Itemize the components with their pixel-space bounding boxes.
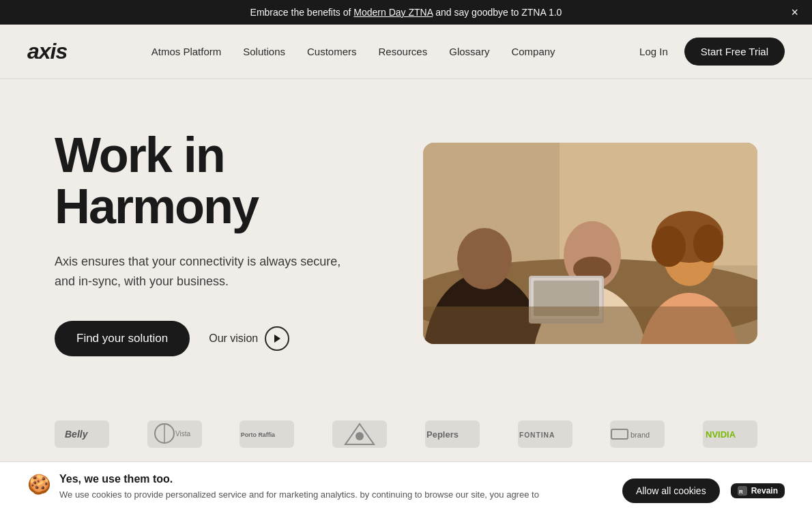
our-vision-button[interactable]: Our vision	[209, 326, 289, 351]
svg-point-5	[457, 228, 512, 289]
hero-image	[423, 143, 757, 344]
cookie-actions: Allow all cookies R Revain	[622, 473, 785, 503]
svg-point-24	[356, 432, 364, 440]
cookie-banner: 🍪 Yes, we use them too. We use cookies t…	[0, 461, 812, 514]
svg-text:R: R	[739, 489, 743, 495]
logos-section: Belly Vista Porto Raffia Peplers FONTINA	[0, 407, 812, 448]
hero-left: Work in Harmony Axis ensures that your c…	[55, 130, 406, 357]
logo-item-brand5	[332, 420, 387, 448]
hero-actions: Find your solution Our vision	[55, 321, 406, 356]
nav-item-customers[interactable]: Customers	[307, 46, 357, 57]
nav-right: Log In Start Free Trial	[639, 38, 785, 66]
revain-badge: R Revain	[731, 483, 785, 498]
logo-item-peplers: Peplers	[425, 420, 480, 448]
revain-label: Revain	[751, 486, 778, 496]
svg-text:Peplers: Peplers	[426, 429, 459, 440]
svg-text:Vista: Vista	[175, 430, 190, 438]
hero-section: Work in Harmony Axis ensures that your c…	[0, 79, 812, 407]
logo-item-belly: Belly	[55, 420, 109, 448]
svg-rect-17	[423, 306, 757, 344]
logo-item-fontina: FONTINA	[518, 420, 572, 448]
hero-title: Work in Harmony	[55, 130, 406, 233]
header: axis Atmos Platform Solutions Customers …	[0, 25, 812, 79]
svg-point-13	[693, 225, 723, 263]
allow-cookies-button[interactable]: Allow all cookies	[622, 479, 720, 503]
hero-subtitle: Axis ensures that your connectivity is a…	[55, 252, 355, 291]
svg-text:NVIDIA: NVIDIA	[706, 429, 736, 440]
log-in-button[interactable]: Log In	[639, 46, 668, 57]
nav-item-atmos-platform[interactable]: Atmos Platform	[151, 46, 222, 57]
logo-item-nvidia: NVIDIA	[703, 420, 757, 448]
nav-item-company[interactable]: Company	[511, 46, 555, 57]
logo[interactable]: axis	[27, 39, 67, 64]
nav-item-solutions[interactable]: Solutions	[243, 46, 285, 57]
cookie-content: 🍪 Yes, we use them too. We use cookies t…	[27, 473, 539, 502]
main-nav: Atmos Platform Solutions Customers Resou…	[151, 46, 555, 57]
banner-link[interactable]: Modern Day ZTNA	[353, 7, 433, 18]
logo-item-brand8: brand	[610, 420, 665, 448]
banner-prefix: Embrace the benefits of	[250, 7, 354, 18]
banner-suffix: and say goodbye to ZTNA 1.0	[433, 7, 562, 18]
find-solution-button[interactable]: Find your solution	[55, 321, 190, 356]
logo-item-porto: Porto Raffia	[240, 420, 294, 448]
svg-text:Porto Raffia: Porto Raffia	[241, 431, 275, 438]
our-vision-label: Our vision	[209, 332, 258, 345]
svg-point-12	[652, 226, 686, 267]
svg-rect-27	[611, 429, 628, 439]
cookie-icon: 🍪	[27, 473, 51, 496]
banner-text: Embrace the benefits of Modern Day ZTNA …	[250, 7, 562, 18]
start-trial-button[interactable]: Start Free Trial	[684, 38, 785, 66]
cookie-text-block: Yes, we use them too. We use cookies to …	[59, 473, 539, 502]
banner-close-button[interactable]: ×	[791, 6, 798, 18]
nav-item-resources[interactable]: Resources	[379, 46, 428, 57]
svg-text:brand: brand	[630, 431, 650, 439]
svg-marker-0	[274, 334, 280, 343]
cookie-title: Yes, we use them too.	[59, 473, 539, 485]
cookie-body: We use cookies to provide personalized s…	[59, 488, 539, 502]
hero-right	[406, 143, 757, 344]
nav-item-glossary[interactable]: Glossary	[449, 46, 489, 57]
play-icon	[265, 326, 289, 351]
svg-text:FONTINA: FONTINA	[519, 431, 555, 439]
logo-item-vista: Vista	[147, 420, 202, 448]
svg-text:Belly: Belly	[65, 429, 89, 440]
top-banner: Embrace the benefits of Modern Day ZTNA …	[0, 0, 812, 25]
